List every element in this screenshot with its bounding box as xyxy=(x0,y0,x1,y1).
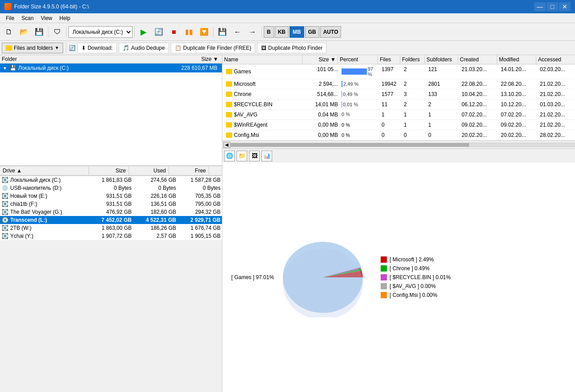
chart-btn-1[interactable]: 🌐 xyxy=(224,151,235,161)
folder-header-label: Folder xyxy=(2,56,17,62)
drive-selector[interactable]: Локальный диск (C:) xyxy=(68,26,133,38)
drive-row-l[interactable]: 💽Transcend (L:) 7 452,02 GB 4 522,31 GB … xyxy=(0,216,222,224)
drive-list: 💽Локальный диск (C:) 1 861,83 GB 274,56 … xyxy=(0,176,222,240)
drive-row-e[interactable]: 💽Новый том (E:) 931,51 GB 226,16 GB 705,… xyxy=(0,192,222,200)
toolbar-save-button[interactable]: 💾 xyxy=(32,25,46,39)
chart-toolbar: 🌐 📁 🖼 📊 xyxy=(222,148,575,163)
toolbar-separator-4 xyxy=(213,27,213,37)
toolbar-filter-button[interactable]: 🔽 xyxy=(197,25,211,39)
col-files[interactable]: Files xyxy=(378,55,400,64)
file-row-games[interactable]: Games 101 05... 97 % 1397 2 121 21.03.20… xyxy=(222,64,575,79)
drive-row-g[interactable]: 💽The Bat! Voyager (G:) 476,92 GB 182,60 … xyxy=(0,208,222,216)
drive-w-icon: 💽 xyxy=(2,225,8,231)
maximize-button[interactable]: □ xyxy=(547,2,558,11)
drive-row-d[interactable]: 💿USB-накопитель (D:) 0 Bytes 0 Bytes 0 B… xyxy=(0,184,222,192)
titlebar-controls[interactable]: — □ ✕ xyxy=(534,2,571,11)
toolbar-refresh-button[interactable]: 🔄 xyxy=(152,25,166,39)
scrollbar-thumb[interactable] xyxy=(231,143,469,147)
duplicate-finder-icon: 📋 xyxy=(175,45,181,51)
toolbar2-refresh-icon: 🔄 xyxy=(69,45,76,51)
toolbar-new-button[interactable]: 🗋 xyxy=(2,25,16,39)
drive-header-size[interactable]: Size xyxy=(89,166,129,175)
chart-btn-3[interactable]: 🖼 xyxy=(249,151,260,161)
menu-file[interactable]: File xyxy=(2,14,18,22)
filename-chrone: Chrone xyxy=(234,91,251,97)
menu-scan[interactable]: Scan xyxy=(18,14,37,22)
folder-icon-winreagent xyxy=(226,122,232,128)
root-folder-name: Локальный диск (C:) xyxy=(18,65,69,71)
toolbar: 🗋 📂 💾 🛡 Локальный диск (C:) ▶ 🔄 ■ ▮▮ 🔽 💾… xyxy=(0,23,575,41)
toolbar-pause-button[interactable]: ▮▮ xyxy=(182,25,196,39)
menu-help[interactable]: Help xyxy=(56,14,74,22)
download-label: Download: xyxy=(88,45,113,51)
col-percent[interactable]: Percent xyxy=(338,55,378,64)
unit-kb-button[interactable]: KB xyxy=(275,26,289,38)
chart-btn-2[interactable]: 📁 xyxy=(237,151,247,161)
pie-line-microsoft xyxy=(363,277,367,280)
toolbar2-sep-1 xyxy=(66,44,66,52)
col-subfolders[interactable]: Subfolders xyxy=(425,55,458,64)
unit-auto-button[interactable]: AUTO xyxy=(320,26,342,38)
file-row-microsoft[interactable]: Microsoft 2 594,... 2,49 % 19942 2 2801 … xyxy=(222,79,575,89)
close-button[interactable]: ✕ xyxy=(559,2,571,11)
games-label: [ Games ] 97.01% xyxy=(231,274,274,280)
percent-games: 97 % xyxy=(340,65,380,78)
legend-microsoft: [ Microsoft ] 2.49% xyxy=(381,256,450,263)
col-modified[interactable]: Modified xyxy=(497,55,536,64)
col-created[interactable]: Created xyxy=(458,55,497,64)
duplicate-finder-button[interactable]: 📋 Duplicate File Finder (FREE) xyxy=(171,43,255,53)
menu-view[interactable]: View xyxy=(37,14,56,22)
file-row-chrone[interactable]: Chrone 514,68... 0,49 % 1577 3 133 10.04… xyxy=(222,89,575,100)
unit-mb-button[interactable]: MB xyxy=(290,26,304,38)
folders-games: 2 xyxy=(402,65,426,78)
col-size[interactable]: Size ▼ xyxy=(302,55,338,64)
audio-dedupe-button[interactable]: 🎵 Audio Dedupe xyxy=(119,43,169,53)
drive-header-free[interactable]: Free xyxy=(169,166,209,175)
left-panel: Folder Size ▼ ▼ 💾 Локальный диск (C:) 22… xyxy=(0,55,222,392)
size-column-header[interactable]: Size ▼ xyxy=(169,55,222,63)
toolbar-play-button[interactable]: ▶ xyxy=(137,25,151,39)
scrollbar-track[interactable] xyxy=(230,143,575,147)
audio-dedupe-label: Audio Dedupe xyxy=(131,45,165,51)
col-folders[interactable]: Folders xyxy=(400,55,425,64)
photo-finder-button[interactable]: 🖼 Duplicate Photo Finder xyxy=(257,43,326,53)
legend-color-microsoft xyxy=(381,256,387,263)
file-row-avavg[interactable]: $AV_AVG 0,04 MB 0 % 1 1 1 07.02.20... 07… xyxy=(222,110,575,120)
drive-header-drive[interactable]: Drive ▲ xyxy=(0,166,89,175)
legend-configmsi: [ Config.Msi ] 0.00% xyxy=(381,292,450,298)
download-button[interactable]: ⬇ Download: xyxy=(77,43,117,53)
filename-games: Games xyxy=(234,68,251,75)
drive-row-c[interactable]: 💽Локальный диск (C:) 1 861,83 GB 274,56 … xyxy=(0,176,222,184)
horizontal-scrollbar[interactable]: ◀ ▶ xyxy=(222,140,575,148)
drive-e-icon: 💽 xyxy=(2,193,8,199)
files-folders-button[interactable]: Files and folders ▼ xyxy=(2,43,63,53)
legend-label-avavg: [ $AV_AVG ] 0.00% xyxy=(390,283,436,289)
toolbar-forward-button[interactable]: → xyxy=(245,25,260,39)
duplicate-finder-label: Duplicate File Finder (FREE) xyxy=(183,45,251,51)
folder-column-header[interactable]: Folder xyxy=(0,55,169,63)
minimize-button[interactable]: — xyxy=(534,2,546,11)
unit-gb-button[interactable]: GB xyxy=(305,26,319,38)
toolbar-back-button[interactable]: ← xyxy=(230,25,245,39)
toolbar-open-button[interactable]: 📂 xyxy=(17,25,31,39)
col-accessed[interactable]: Accessed xyxy=(536,55,575,64)
file-row-recycle[interactable]: $RECYCLE.BIN 14,01 MB 0,01 % 11 2 2 06.1… xyxy=(222,100,575,110)
drive-row-y[interactable]: 💽Ychai (Y:) 1 907,72 GB 2,57 GB 1 905,15… xyxy=(0,232,222,240)
drive-row-f[interactable]: 💽chia1tb (F:) 931,51 GB 136,51 GB 795,00… xyxy=(0,200,222,208)
legend-chrone: [ Chrone ] 0.49% xyxy=(381,265,450,272)
legend-label-microsoft: [ Microsoft ] 2.49% xyxy=(390,256,434,263)
drive-header-used[interactable]: Used xyxy=(129,166,169,175)
toolbar-shield-button[interactable]: 🛡 xyxy=(50,25,64,39)
toolbar-save2-button[interactable]: 💾 xyxy=(215,25,229,39)
legend-label-chrone: [ Chrone ] 0.49% xyxy=(390,265,430,272)
drive-row-w[interactable]: 💽2TB (W:) 1 863,00 GB 186,26 GB 1 676,74… xyxy=(0,224,222,232)
root-folder-item[interactable]: ▼ 💾 Локальный диск (C:) 228 610,67 MB xyxy=(0,64,222,72)
unit-b-button[interactable]: B xyxy=(264,26,274,38)
pie-chart xyxy=(278,237,367,317)
col-name[interactable]: Name xyxy=(222,55,302,64)
scroll-left-button[interactable]: ◀ xyxy=(223,142,230,148)
file-row-winreagent[interactable]: $WinREAgent 0,00 MB 0 % 0 1 1 09.02.20..… xyxy=(222,120,575,130)
file-row-configmsi[interactable]: Config.Msi 0,00 MB 0 % 0 0 0 20.02.20...… xyxy=(222,130,575,140)
toolbar-stop-button[interactable]: ■ xyxy=(167,25,181,39)
chart-btn-4[interactable]: 📊 xyxy=(261,151,272,161)
